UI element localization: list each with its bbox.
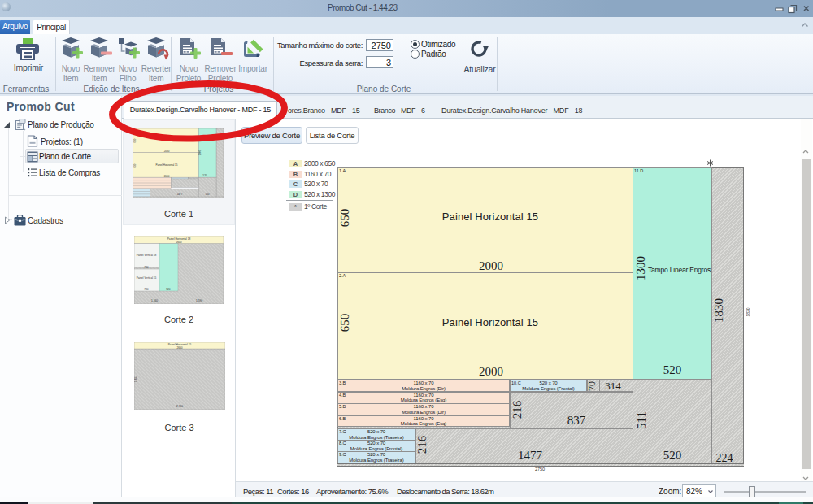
svg-text:2600: 2600 (176, 346, 182, 350)
svg-text:Painel Vertical 18: Painel Vertical 18 (137, 254, 157, 257)
svg-text:520: 520 (205, 193, 209, 196)
svg-text:1,817: 1,817 (134, 376, 137, 382)
svg-text:Painel Vertical 15: Painel Vertical 15 (137, 276, 157, 280)
svg-text:650: 650 (133, 163, 137, 167)
svg-text:2000: 2000 (164, 175, 170, 178)
svg-text:2,750: 2,750 (176, 405, 183, 408)
svg-text:520: 520 (166, 288, 171, 291)
svg-text:520: 520 (202, 174, 207, 177)
svg-text:Painel Horizontal 15: Painel Horizontal 15 (156, 163, 178, 167)
svg-text:1,590: 1,590 (196, 299, 202, 302)
svg-text:1477: 1477 (177, 193, 183, 196)
svg-text:1,160: 1,160 (151, 299, 158, 302)
svg-text:780: 780 (144, 266, 149, 269)
svg-text:780: 780 (144, 288, 149, 291)
svg-text:2600: 2600 (176, 241, 181, 244)
